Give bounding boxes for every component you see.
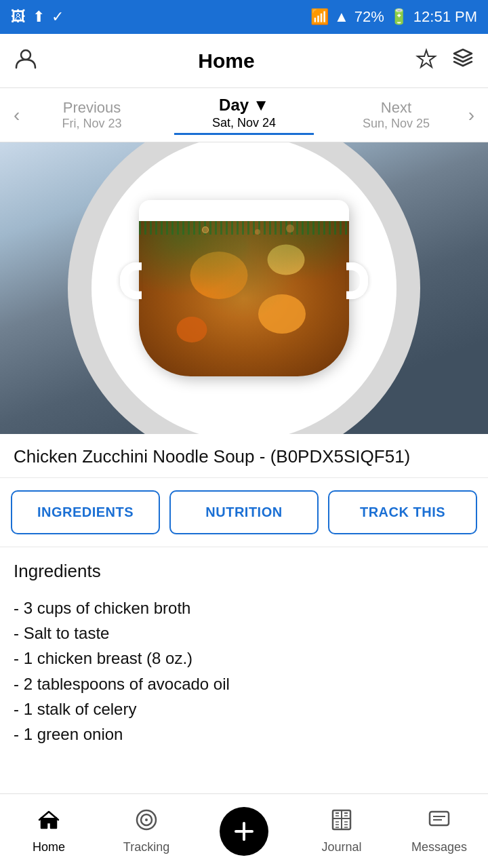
nav-add[interactable]	[195, 794, 293, 868]
ingredients-section: Ingredients - 3 cups of chicken broth - …	[0, 547, 488, 814]
ingredient-line-5: - 1 stalk of celery	[14, 696, 474, 722]
ingredients-heading: Ingredients	[14, 561, 474, 582]
ingredient-line-1: - 3 cups of chicken broth	[14, 595, 474, 620]
status-left-icons: 🖼 ⬆ ✓	[11, 8, 64, 26]
journal-label: Journal	[321, 840, 361, 854]
bottom-navigation: Home Tracking	[0, 793, 488, 868]
next-arrow[interactable]: ›	[462, 98, 481, 133]
nav-journal[interactable]: Journal	[293, 794, 390, 868]
wifi-icon: 📶	[310, 8, 329, 26]
app-header: Home	[0, 34, 488, 88]
journal-icon	[329, 808, 354, 837]
prev-date: Fri, Nov 23	[26, 117, 157, 131]
time-display: 12:51 PM	[413, 8, 477, 26]
prev-label: Previous	[26, 99, 157, 117]
messages-icon	[427, 808, 451, 837]
svg-point-4	[145, 818, 148, 821]
current-day-label: Day ▼	[157, 96, 331, 115]
recipe-image	[0, 142, 488, 434]
prev-day[interactable]: Previous Fri, Nov 23	[26, 99, 157, 131]
home-icon	[37, 808, 61, 837]
tracking-icon	[134, 808, 159, 837]
ingredient-line-3: - 1 chicken breast (8 oz.)	[14, 646, 474, 671]
prev-arrow[interactable]: ‹	[7, 98, 26, 133]
battery-icon: 🔋	[390, 8, 408, 26]
nav-tracking[interactable]: Tracking	[98, 794, 195, 868]
status-right-icons: 📶 ▲ 72% 🔋 12:51 PM	[310, 8, 477, 26]
home-label: Home	[33, 840, 65, 854]
current-date: Sat, Nov 24	[157, 116, 331, 130]
nav-home[interactable]: Home	[0, 794, 98, 868]
recipe-title: Chicken Zucchini Noodle Soup - (B0PDX5SI…	[14, 446, 474, 467]
check-icon: ✓	[52, 8, 64, 26]
layers-icon[interactable]	[451, 47, 474, 75]
profile-icon[interactable]	[14, 46, 38, 76]
bookmark-icon[interactable]	[415, 47, 438, 75]
status-bar: 🖼 ⬆ ✓ 📶 ▲ 72% 🔋 12:51 PM	[0, 0, 488, 34]
action-buttons: INGREDIENTS NUTRITION TRACK THIS	[0, 478, 488, 547]
signal-icon: ▲	[334, 8, 349, 26]
active-indicator	[174, 133, 313, 135]
nav-messages[interactable]: Messages	[390, 794, 488, 868]
next-date: Sun, Nov 25	[331, 117, 461, 131]
next-day[interactable]: Next Sun, Nov 25	[331, 99, 461, 131]
svg-marker-1	[418, 50, 435, 67]
upload-icon: ⬆	[33, 8, 45, 26]
page-title: Home	[198, 50, 254, 73]
ingredients-button[interactable]: INGREDIENTS	[11, 490, 160, 534]
svg-rect-20	[430, 812, 449, 825]
image-icon: 🖼	[11, 8, 26, 26]
current-day[interactable]: Day ▼ Sat, Nov 24	[157, 96, 331, 135]
tracking-label: Tracking	[123, 840, 169, 854]
ingredient-line-6: - 1 green onion	[14, 722, 474, 747]
recipe-title-section: Chicken Zucchini Noodle Soup - (B0PDX5SI…	[0, 434, 488, 478]
ingredients-list: - 3 cups of chicken broth - Salt to tast…	[14, 595, 474, 747]
svg-point-0	[21, 50, 30, 60]
add-button[interactable]	[220, 807, 268, 856]
ingredient-line-4: - 2 tablespoons of avocado oil	[14, 671, 474, 696]
day-navigation: ‹ Previous Fri, Nov 23 Day ▼ Sat, Nov 24…	[0, 88, 488, 142]
dropdown-arrow-icon: ▼	[253, 96, 269, 115]
messages-label: Messages	[411, 840, 467, 854]
ingredient-line-2: - Salt to taste	[14, 620, 474, 646]
battery-text: 72%	[354, 8, 384, 26]
next-label: Next	[331, 99, 461, 117]
track-this-button[interactable]: TRACK THIS	[328, 490, 477, 534]
nutrition-button[interactable]: NUTRITION	[169, 490, 319, 534]
